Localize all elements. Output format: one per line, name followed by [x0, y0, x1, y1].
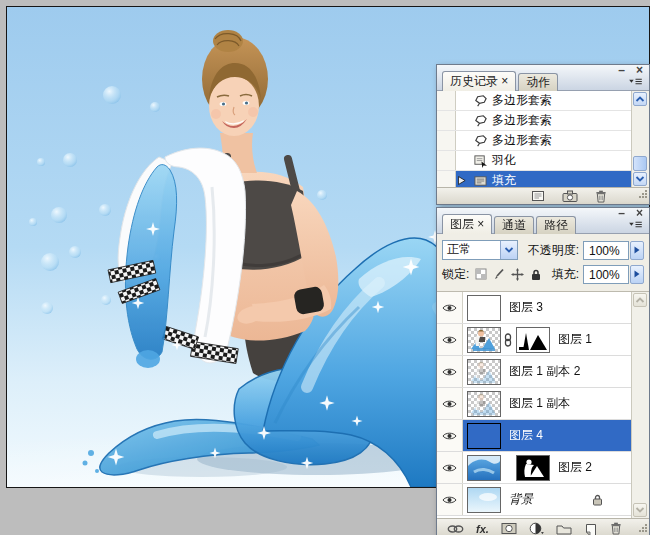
lock-position-move-button[interactable]: [511, 268, 524, 281]
delete-layer-button[interactable]: [610, 522, 622, 535]
history-item-label: 填充: [492, 172, 516, 187]
tab-actions[interactable]: 动作: [518, 73, 558, 91]
layer-thumbnail[interactable]: [467, 391, 501, 417]
history-item[interactable]: 羽化: [437, 151, 632, 171]
layer-name: 图层 1: [558, 331, 592, 348]
eye-icon[interactable]: [437, 324, 463, 355]
scroll-thumb[interactable]: [633, 156, 647, 171]
delete-state-button[interactable]: [595, 190, 607, 203]
panel-menu-button[interactable]: [625, 75, 646, 88]
tab-channels[interactable]: 通道: [494, 216, 534, 234]
layer-name: 图层 4: [509, 427, 543, 444]
layer-name: 图层 1 副本: [509, 395, 570, 412]
history-item[interactable]: 多边形套索: [437, 111, 632, 131]
layer-style-button[interactable]: fx.: [476, 523, 489, 535]
tab-paths[interactable]: 路径: [536, 216, 576, 234]
blend-mode-value: 正常: [443, 240, 475, 258]
history-brush-checkbox[interactable]: [437, 171, 456, 187]
eye-icon[interactable]: [437, 292, 463, 323]
lock-all-button[interactable]: [530, 268, 542, 281]
polygonal-lasso-icon: [468, 113, 492, 128]
feather-icon: [468, 154, 492, 168]
fill-spinner-button[interactable]: [630, 265, 644, 284]
layer-thumbnail[interactable]: [467, 327, 501, 353]
eye-icon[interactable]: [437, 484, 463, 515]
new-adjustment-layer-button[interactable]: [529, 522, 544, 535]
scroll-down-button[interactable]: [633, 172, 647, 186]
eye-icon[interactable]: [437, 356, 463, 387]
layer-thumbnail[interactable]: [467, 359, 501, 385]
layers-panel-footer: fx.: [437, 518, 649, 535]
eye-icon[interactable]: [437, 388, 463, 419]
scroll-up-button[interactable]: [633, 293, 647, 307]
history-brush-checkbox[interactable]: [437, 151, 456, 170]
resize-grip[interactable]: [638, 185, 648, 203]
link-layers-button[interactable]: [447, 523, 464, 535]
new-snapshot-button[interactable]: [562, 190, 578, 202]
panel-menu-button[interactable]: [625, 218, 646, 231]
layer-row-selected[interactable]: 图层 4: [437, 420, 632, 452]
current-state-marker[interactable]: [456, 176, 468, 185]
history-brush-checkbox[interactable]: [437, 111, 456, 130]
tab-history[interactable]: 历史记录 ×: [442, 71, 516, 91]
history-brush-checkbox[interactable]: [437, 91, 456, 110]
history-brush-checkbox[interactable]: [437, 131, 456, 150]
lock-transparency-button[interactable]: [475, 268, 487, 280]
layer-name: 背景: [509, 491, 533, 508]
mask-link-icon[interactable]: [501, 333, 514, 347]
layer-thumbnail[interactable]: [467, 423, 501, 449]
history-panel: – × 历史记录 × 动作 多边形套索: [436, 64, 650, 205]
photoshop-workspace: – × 历史记录 × 动作 多边形套索: [0, 0, 650, 535]
resize-grip[interactable]: [638, 519, 648, 535]
layers-panel-titlebar[interactable]: – × 图层 × 通道 路径: [437, 208, 649, 234]
layer-thumbnail[interactable]: [467, 487, 501, 513]
polygonal-lasso-icon: [468, 93, 492, 108]
layer-row[interactable]: 图层 1 副本 2: [437, 356, 632, 388]
layers-panel: – × 图层 × 通道 路径 正常 不透明度: 100% 锁定:: [436, 207, 650, 535]
blend-mode-dropdown[interactable]: 正常: [442, 240, 518, 260]
scroll-down-button[interactable]: [633, 503, 647, 517]
eye-icon[interactable]: [437, 420, 463, 451]
layers-controls: 正常 不透明度: 100% 锁定: 填充: 100%: [437, 234, 649, 292]
polygonal-lasso-icon: [468, 133, 492, 148]
layer-row[interactable]: 图层 2: [437, 452, 632, 484]
lock-label: 锁定:: [442, 266, 469, 283]
history-list: 多边形套索 多边形套索 多边形套索: [437, 91, 632, 187]
chevron-down-icon[interactable]: [500, 241, 517, 259]
history-scrollbar[interactable]: [631, 91, 649, 187]
layer-mask-thumbnail[interactable]: [516, 327, 550, 353]
scroll-up-button[interactable]: [633, 92, 647, 106]
history-panel-footer: [437, 187, 649, 204]
layer-row[interactable]: 图层 1 副本: [437, 388, 632, 420]
history-item-selected[interactable]: 填充: [437, 171, 632, 187]
layer-thumbnail[interactable]: [467, 455, 501, 481]
eye-icon[interactable]: [437, 452, 463, 483]
opacity-label: 不透明度:: [528, 242, 579, 259]
history-item-label: 多边形套索: [492, 132, 552, 149]
history-item[interactable]: 多边形套索: [437, 131, 632, 151]
layer-mask-thumbnail[interactable]: [516, 455, 550, 481]
new-layer-button[interactable]: [584, 522, 598, 535]
layer-name: 图层 1 副本 2: [509, 363, 580, 380]
opacity-spinner-button[interactable]: [630, 241, 644, 260]
layer-name: 图层 2: [558, 459, 592, 476]
fill-icon: [468, 175, 492, 187]
history-item-label: 羽化: [492, 152, 516, 169]
layer-thumbnail[interactable]: [467, 295, 501, 321]
opacity-input[interactable]: 100%: [583, 241, 629, 260]
layer-row[interactable]: 图层 1: [437, 324, 632, 356]
history-item[interactable]: 多边形套索: [437, 91, 632, 111]
layer-name: 图层 3: [509, 299, 543, 316]
fill-input[interactable]: 100%: [583, 265, 629, 284]
history-item-label: 多边形套索: [492, 112, 552, 129]
fill-label: 填充:: [552, 266, 579, 283]
add-layer-mask-button[interactable]: [501, 522, 517, 535]
layer-row-background[interactable]: 背景: [437, 484, 632, 516]
layers-scrollbar[interactable]: [631, 292, 649, 518]
new-group-button[interactable]: [556, 523, 572, 535]
layer-row[interactable]: 图层 3: [437, 292, 632, 324]
tab-layers[interactable]: 图层 ×: [442, 214, 492, 234]
history-panel-titlebar[interactable]: – × 历史记录 × 动作: [437, 65, 649, 91]
new-document-from-state-button[interactable]: [531, 190, 545, 202]
lock-pixels-brush-button[interactable]: [493, 268, 505, 280]
